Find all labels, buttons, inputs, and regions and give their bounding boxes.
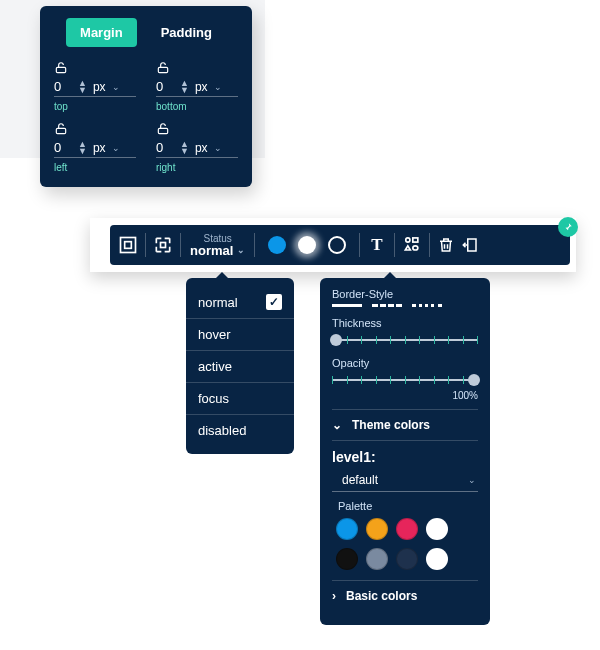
spacing-panel: Margin Padding 0 ▲▼ px ⌄ top 0 ▲▼ px: [40, 6, 252, 187]
color-swatch[interactable]: [396, 548, 418, 570]
opacity-value: 100%: [452, 390, 478, 401]
opacity-label: Opacity: [332, 357, 478, 369]
chevron-down-icon[interactable]: ⌄: [112, 143, 120, 153]
chevron-down-icon[interactable]: ⌄: [112, 82, 120, 92]
theme-colors-label: Theme colors: [352, 418, 430, 432]
side-label: left: [54, 162, 136, 173]
status-option-active[interactable]: active: [186, 351, 294, 383]
status-option-normal[interactable]: normal✓: [186, 286, 294, 319]
color-swatch[interactable]: [396, 518, 418, 540]
status-option-label: active: [198, 359, 232, 374]
chevron-down-icon[interactable]: ⌄: [214, 82, 222, 92]
status-option-label: hover: [198, 327, 231, 342]
status-label: Status: [203, 234, 231, 244]
side-label: right: [156, 162, 238, 173]
chevron-down-icon: ⌄: [332, 418, 342, 432]
export-icon[interactable]: [461, 225, 479, 265]
components-icon[interactable]: [402, 225, 422, 265]
border-style-dotted[interactable]: [412, 304, 442, 307]
color-swatch[interactable]: [336, 548, 358, 570]
element-toolbar: Status normal⌄ T: [110, 225, 570, 265]
basic-colors-toggle[interactable]: › Basic colors: [332, 580, 478, 611]
slider-thumb[interactable]: [468, 374, 480, 386]
pin-badge[interactable]: [558, 217, 578, 237]
svg-rect-1: [158, 67, 167, 72]
spacing-bottom-value[interactable]: 0: [156, 79, 178, 94]
color-swatch[interactable]: [366, 548, 388, 570]
check-icon: ✓: [266, 294, 282, 310]
spacing-bottom: 0 ▲▼ px ⌄ bottom: [156, 61, 238, 112]
tab-margin[interactable]: Margin: [66, 18, 137, 47]
spacing-top-value[interactable]: 0: [54, 79, 76, 94]
status-option-hover[interactable]: hover: [186, 319, 294, 351]
fill-color-button[interactable]: [262, 225, 292, 265]
status-option-label: focus: [198, 391, 229, 406]
level-select-value: default: [342, 473, 378, 487]
stepper-icon[interactable]: ▲▼: [180, 80, 189, 94]
slider-thumb[interactable]: [330, 334, 342, 346]
typography-button[interactable]: T: [371, 225, 382, 265]
status-option-label: normal: [198, 295, 238, 310]
color-swatch[interactable]: [366, 518, 388, 540]
border-style-solid[interactable]: [332, 304, 362, 307]
spacing-left: 0 ▲▼ px ⌄ left: [54, 122, 136, 173]
appearance-panel: Border-Style Thickness Opacity 100% ⌄ Th…: [320, 278, 490, 625]
thickness-label: Thickness: [332, 317, 478, 329]
spacing-right: 0 ▲▼ px ⌄ right: [156, 122, 238, 173]
theme-colors-toggle[interactable]: ⌄ Theme colors: [332, 409, 478, 441]
unit-label: px: [195, 80, 208, 94]
select-parent-icon[interactable]: [118, 225, 138, 265]
svg-rect-5: [125, 242, 132, 249]
chevron-right-icon: ›: [332, 589, 336, 603]
svg-rect-6: [161, 243, 166, 248]
side-label: top: [54, 101, 136, 112]
border-style-dashed[interactable]: [372, 304, 402, 307]
basic-colors-label: Basic colors: [346, 589, 417, 603]
opacity-slider[interactable]: 100%: [332, 373, 478, 387]
color-swatch[interactable]: [426, 548, 448, 570]
status-menu: normal✓hoveractivefocusdisabled: [186, 278, 294, 454]
stepper-icon[interactable]: ▲▼: [180, 141, 189, 155]
status-option-focus[interactable]: focus: [186, 383, 294, 415]
unlock-icon[interactable]: [156, 122, 238, 136]
unlock-icon[interactable]: [156, 61, 238, 75]
status-dropdown[interactable]: Status normal⌄: [188, 225, 247, 265]
status-value: normal: [190, 244, 233, 257]
border-style-label: Border-Style: [332, 288, 478, 300]
svg-rect-0: [56, 67, 65, 72]
side-label: bottom: [156, 101, 238, 112]
level-select[interactable]: default ⌄: [332, 469, 478, 492]
svg-rect-8: [413, 238, 418, 242]
color-swatch[interactable]: [426, 518, 448, 540]
chevron-down-icon: ⌄: [468, 475, 476, 485]
svg-rect-9: [467, 239, 475, 251]
status-option-disabled[interactable]: disabled: [186, 415, 294, 446]
spacing-tabs: Margin Padding: [54, 18, 238, 47]
color-swatch[interactable]: [336, 518, 358, 540]
spacing-left-value[interactable]: 0: [54, 140, 76, 155]
palette-label: Palette: [338, 500, 478, 512]
level-label: level1:: [332, 449, 478, 465]
svg-point-7: [405, 238, 409, 242]
palette-swatches: [332, 518, 478, 580]
layout-icon[interactable]: [153, 225, 173, 265]
border-color-button[interactable]: [322, 225, 352, 265]
unlock-icon[interactable]: [54, 122, 136, 136]
spacing-top: 0 ▲▼ px ⌄ top: [54, 61, 136, 112]
svg-rect-4: [121, 238, 136, 253]
unlock-icon[interactable]: [54, 61, 136, 75]
chevron-down-icon: ⌄: [237, 246, 245, 255]
stepper-icon[interactable]: ▲▼: [78, 80, 87, 94]
glow-color-button[interactable]: [292, 225, 322, 265]
tab-padding[interactable]: Padding: [147, 18, 226, 47]
chevron-down-icon[interactable]: ⌄: [214, 143, 222, 153]
delete-icon[interactable]: [437, 225, 455, 265]
status-option-label: disabled: [198, 423, 246, 438]
thickness-slider[interactable]: [332, 333, 478, 347]
svg-rect-3: [158, 128, 167, 133]
stepper-icon[interactable]: ▲▼: [78, 141, 87, 155]
spacing-right-value[interactable]: 0: [156, 140, 178, 155]
unit-label: px: [195, 141, 208, 155]
unit-label: px: [93, 80, 106, 94]
unit-label: px: [93, 141, 106, 155]
